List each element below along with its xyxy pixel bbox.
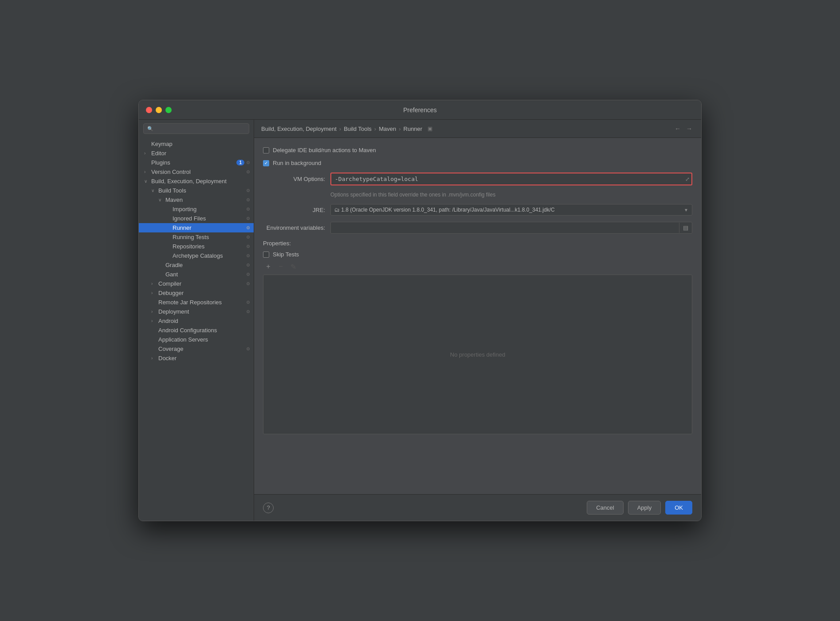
sidebar-item-compiler[interactable]: › Compiler ⚙ bbox=[139, 279, 254, 288]
arrow-icon bbox=[165, 235, 171, 240]
sidebar-item-repositories[interactable]: Repositories ⚙ bbox=[139, 242, 254, 251]
vm-options-input-wrap: ⤢ bbox=[330, 173, 692, 185]
collapse-icon: ∨ bbox=[158, 197, 164, 202]
sidebar-item-importing[interactable]: Importing ⚙ bbox=[139, 204, 254, 214]
vm-options-expand-button[interactable]: ⤢ bbox=[685, 176, 690, 182]
forward-button[interactable]: → bbox=[684, 124, 694, 133]
sidebar-item-ignored-files[interactable]: Ignored Files ⚙ bbox=[139, 214, 254, 223]
sidebar-item-app-servers[interactable]: Application Servers bbox=[139, 335, 254, 344]
maximize-button[interactable] bbox=[165, 107, 172, 113]
ok-button[interactable]: OK bbox=[665, 501, 692, 515]
sidebar-item-running-tests[interactable]: Running Tests ⚙ bbox=[139, 232, 254, 242]
sidebar-item-maven[interactable]: ∨ Maven ⚙ bbox=[139, 195, 254, 204]
properties-toolbar: + − ✎ bbox=[263, 261, 692, 272]
delegate-row: Delegate IDE build/run actions to Maven bbox=[263, 147, 692, 153]
sidebar-item-remote-jar[interactable]: Remote Jar Repositories ⚙ bbox=[139, 298, 254, 307]
env-vars-input-wrap: ▤ bbox=[330, 222, 692, 234]
main-area: 🔍 Keymap › Editor bbox=[139, 120, 701, 521]
env-vars-input[interactable] bbox=[331, 222, 679, 233]
properties-label: Properties: bbox=[263, 240, 692, 247]
delegate-checkbox[interactable] bbox=[263, 147, 269, 153]
sidebar-item-coverage[interactable]: Coverage ⚙ bbox=[139, 344, 254, 354]
breadcrumb-current: Runner bbox=[404, 126, 423, 132]
arrow-icon bbox=[165, 244, 171, 249]
sidebar-item-build-execution[interactable]: ∨ Build, Execution, Deployment bbox=[139, 177, 254, 186]
breadcrumb: Build, Execution, Deployment › Build Too… bbox=[261, 126, 432, 132]
settings-icon: ⚙ bbox=[246, 207, 250, 212]
sidebar-item-gradle[interactable]: Gradle ⚙ bbox=[139, 260, 254, 270]
breadcrumb-bar: Build, Execution, Deployment › Build Too… bbox=[254, 120, 701, 138]
jre-label: JRE: bbox=[263, 207, 325, 213]
sidebar-item-debugger[interactable]: › Debugger bbox=[139, 288, 254, 298]
search-input[interactable] bbox=[156, 126, 245, 132]
close-button[interactable] bbox=[146, 107, 152, 113]
arrow-icon: › bbox=[151, 281, 157, 286]
run-background-checkbox[interactable] bbox=[263, 160, 269, 166]
sidebar-item-gant[interactable]: Gant ⚙ bbox=[139, 270, 254, 279]
jre-select[interactable]: 🗂 1.8 (Oracle OpenJDK version 1.8.0_341,… bbox=[330, 204, 692, 216]
cancel-button[interactable]: Cancel bbox=[587, 501, 623, 515]
settings-icon: ⚙ bbox=[246, 309, 250, 314]
edit-property-button[interactable]: ✎ bbox=[288, 261, 298, 272]
traffic-lights bbox=[146, 107, 172, 113]
sidebar-item-plugins[interactable]: Plugins 1 ⚙ bbox=[139, 158, 254, 167]
jre-value: 🗂 1.8 (Oracle OpenJDK version 1.8.0_341,… bbox=[334, 207, 681, 213]
sidebar: 🔍 Keymap › Editor bbox=[139, 120, 254, 521]
sidebar-item-keymap[interactable]: Keymap bbox=[139, 139, 254, 149]
arrow-icon bbox=[151, 300, 157, 305]
sidebar-item-android[interactable]: › Android bbox=[139, 316, 254, 326]
settings-icon: ⚙ bbox=[246, 235, 250, 240]
vm-options-input[interactable] bbox=[330, 173, 692, 185]
window-title: Preferences bbox=[403, 106, 436, 114]
arrow-icon: › bbox=[151, 356, 157, 361]
sidebar-item-runner[interactable]: Runner ⚙ bbox=[139, 223, 254, 232]
help-button[interactable]: ? bbox=[263, 503, 274, 513]
collapse-icon: ∨ bbox=[144, 179, 149, 184]
sidebar-item-deployment[interactable]: › Deployment ⚙ bbox=[139, 307, 254, 316]
arrow-icon bbox=[165, 253, 171, 258]
vm-options-row: VM Options: ⤢ bbox=[263, 173, 692, 185]
arrow-icon bbox=[158, 272, 164, 277]
sidebar-item-build-tools[interactable]: ∨ Build Tools ⚙ bbox=[139, 186, 254, 195]
search-box[interactable]: 🔍 bbox=[143, 123, 249, 134]
env-vars-browse-button[interactable]: ▤ bbox=[679, 223, 692, 233]
settings-icon: ⚙ bbox=[246, 272, 250, 277]
settings-icon: ⚙ bbox=[246, 281, 250, 286]
sidebar-item-version-control[interactable]: › Version Control ⚙ bbox=[139, 167, 254, 177]
env-vars-row: Environment variables: ▤ bbox=[263, 222, 692, 234]
settings-icon: ⚙ bbox=[246, 244, 250, 249]
breadcrumb-separator-2: › bbox=[374, 126, 376, 132]
sidebar-item-docker[interactable]: › Docker bbox=[139, 354, 254, 363]
skip-tests-checkbox-label[interactable]: Skip Tests bbox=[263, 251, 299, 258]
arrow-icon bbox=[144, 141, 149, 146]
settings-icon: ⚙ bbox=[246, 300, 250, 305]
settings-icon: ⚙ bbox=[246, 188, 250, 193]
remove-property-button[interactable]: − bbox=[275, 261, 286, 272]
minimize-button[interactable] bbox=[156, 107, 162, 113]
run-background-row: Run in background bbox=[263, 160, 692, 166]
bottom-right: Cancel Apply OK bbox=[587, 501, 692, 515]
sidebar-item-archetype-catalogs[interactable]: Archetype Catalogs ⚙ bbox=[139, 251, 254, 260]
arrow-icon: › bbox=[151, 309, 157, 314]
preferences-window: Preferences 🔍 Keymap › Editor bbox=[138, 100, 702, 521]
breadcrumb-part-2: Build Tools bbox=[344, 126, 372, 132]
settings-icon: ⚙ bbox=[246, 169, 250, 174]
vm-options-label: VM Options: bbox=[263, 176, 325, 182]
content-area: Build, Execution, Deployment › Build Too… bbox=[254, 120, 701, 521]
back-button[interactable]: ← bbox=[673, 124, 683, 133]
run-background-checkbox-label[interactable]: Run in background bbox=[263, 160, 321, 166]
tree-container: Keymap › Editor Plugins 1 ⚙ bbox=[139, 138, 254, 521]
settings-icon: ⚙ bbox=[246, 160, 250, 165]
skip-tests-checkbox[interactable] bbox=[263, 252, 269, 258]
search-icon: 🔍 bbox=[147, 126, 153, 132]
delegate-checkbox-label[interactable]: Delegate IDE build/run actions to Maven bbox=[263, 147, 376, 153]
sidebar-item-editor[interactable]: › Editor bbox=[139, 149, 254, 158]
breadcrumb-nav: ← → bbox=[673, 124, 694, 133]
apply-button[interactable]: Apply bbox=[628, 501, 661, 515]
add-property-button[interactable]: + bbox=[263, 261, 274, 272]
no-properties-text: No properties defined bbox=[450, 351, 505, 358]
skip-tests-row: Skip Tests bbox=[263, 251, 692, 258]
skip-tests-label: Skip Tests bbox=[273, 251, 299, 258]
arrow-icon bbox=[158, 263, 164, 267]
sidebar-item-android-configs[interactable]: Android Configurations bbox=[139, 326, 254, 335]
